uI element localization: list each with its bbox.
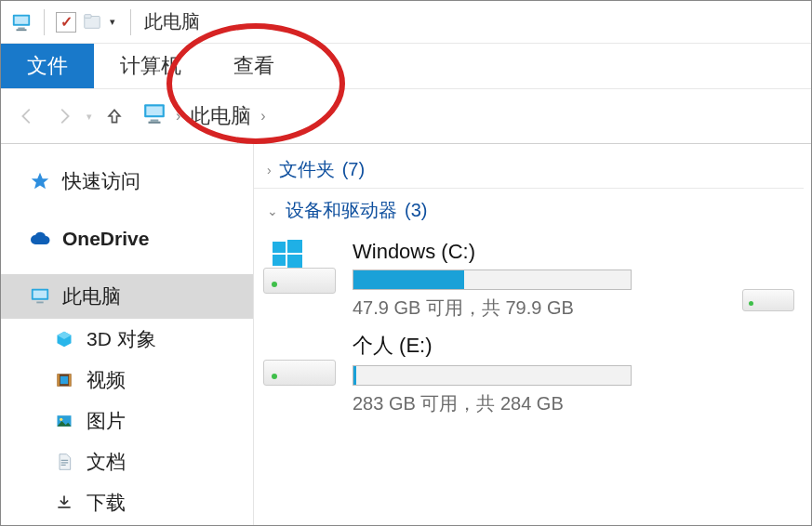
svg-rect-15 <box>69 374 72 386</box>
svg-rect-22 <box>287 255 302 268</box>
sidebar-item-downloads[interactable]: 下载 <box>1 482 253 523</box>
svg-rect-3 <box>17 29 27 31</box>
drive-name: 个人 (E:) <box>353 332 632 360</box>
sidebar-item-label: 快速访问 <box>62 168 140 194</box>
up-button[interactable] <box>98 99 131 133</box>
chevron-right-icon[interactable]: › <box>176 108 180 125</box>
svg-rect-8 <box>151 120 159 122</box>
drive-icon <box>263 332 336 386</box>
drive-icon[interactable] <box>742 270 794 311</box>
sidebar-item-onedrive[interactable]: OneDrive <box>1 217 253 261</box>
drive-icon <box>263 240 336 294</box>
drive-capacity-bar <box>353 365 632 386</box>
svg-rect-7 <box>146 106 162 115</box>
drive-name: Windows (C:) <box>353 240 632 264</box>
windows-logo-icon <box>273 240 302 270</box>
this-pc-icon <box>142 101 166 131</box>
svg-rect-2 <box>18 27 24 29</box>
sidebar-item-label: 图片 <box>87 408 126 434</box>
recent-locations-dropdown-icon[interactable]: ▾ <box>85 111 94 123</box>
sidebar-item-label: 此电脑 <box>62 283 121 309</box>
svg-rect-20 <box>287 240 302 253</box>
group-header-drives[interactable]: ⌄ 设备和驱动器 (3) <box>254 192 804 229</box>
separator <box>44 9 45 35</box>
group-count: (7) <box>342 159 365 180</box>
group-count: (3) <box>405 200 427 221</box>
sidebar-item-quick-access[interactable]: 快速访问 <box>1 159 253 204</box>
chevron-right-icon: › <box>267 163 272 178</box>
cube-icon <box>53 328 75 350</box>
svg-rect-5 <box>85 14 91 18</box>
separator <box>130 9 131 35</box>
group-label: 设备和驱动器 <box>286 198 397 223</box>
menu-bar: 文件 计算机 查看 <box>1 44 811 88</box>
svg-rect-12 <box>36 302 43 304</box>
folder-icon[interactable] <box>82 11 102 33</box>
properties-icon[interactable]: ✓ <box>56 12 76 33</box>
this-pc-icon <box>29 285 51 308</box>
svg-rect-1 <box>15 16 29 23</box>
navigation-bar: ▾ › 此电脑 › <box>1 88 811 144</box>
sidebar-item-3d-objects[interactable]: 3D 对象 <box>1 319 253 360</box>
back-button[interactable] <box>10 99 44 133</box>
sidebar-item-videos[interactable]: 视频 <box>1 360 253 401</box>
svg-rect-14 <box>58 374 60 386</box>
title-bar: ✓ ▾ 此电脑 <box>1 1 811 44</box>
cloud-icon <box>29 228 51 250</box>
tab-file[interactable]: 文件 <box>1 44 94 88</box>
sidebar-item-this-pc[interactable]: 此电脑 <box>1 274 253 319</box>
quick-access-dropdown-icon[interactable]: ▾ <box>108 16 117 28</box>
group-label: 文件夹 <box>279 157 335 182</box>
sidebar-item-label: OneDrive <box>62 228 149 250</box>
drive-item[interactable]: Windows (C:) 47.9 GB 可用，共 79.9 GB <box>263 240 802 321</box>
group-header-folders[interactable]: › 文件夹 (7) <box>254 151 804 189</box>
svg-rect-19 <box>273 242 286 253</box>
drive-item[interactable]: 个人 (E:) 283 GB 可用，共 284 GB <box>263 332 802 416</box>
tab-view[interactable]: 查看 <box>207 44 300 88</box>
chevron-right-icon[interactable]: › <box>260 108 265 125</box>
chevron-down-icon: ⌄ <box>267 204 278 218</box>
svg-rect-11 <box>33 291 47 298</box>
sidebar-item-label: 视频 <box>87 367 126 393</box>
drive-capacity-bar <box>353 270 632 290</box>
main-content: › 文件夹 (7) ⌄ 设备和驱动器 (3) <box>254 144 811 525</box>
sidebar-item-pictures[interactable]: 图片 <box>1 401 253 441</box>
breadcrumb[interactable]: › 此电脑 › <box>142 101 266 131</box>
breadcrumb-current[interactable]: 此电脑 <box>190 102 251 130</box>
svg-rect-21 <box>273 255 286 266</box>
document-icon <box>53 451 75 473</box>
star-icon <box>29 170 51 192</box>
sidebar-item-label: 下载 <box>87 490 126 516</box>
drive-stat: 283 GB 可用，共 284 GB <box>353 391 632 416</box>
svg-point-18 <box>60 418 62 421</box>
sidebar-item-label: 3D 对象 <box>87 326 156 352</box>
sidebar-item-label: 文档 <box>87 449 126 475</box>
sidebar-item-documents[interactable]: 文档 <box>1 441 253 482</box>
window-title: 此电脑 <box>144 9 200 34</box>
download-icon <box>53 492 75 514</box>
svg-rect-16 <box>60 376 68 384</box>
drive-stat: 47.9 GB 可用，共 79.9 GB <box>353 296 632 321</box>
svg-rect-9 <box>149 122 161 124</box>
tab-computer[interactable]: 计算机 <box>94 44 207 88</box>
film-icon <box>53 369 75 391</box>
sidebar: 快速访问 OneDrive 此电脑 3D 对象 视频 <box>1 144 254 525</box>
picture-icon <box>53 410 75 432</box>
forward-button[interactable] <box>47 99 81 133</box>
this-pc-icon <box>10 11 33 33</box>
